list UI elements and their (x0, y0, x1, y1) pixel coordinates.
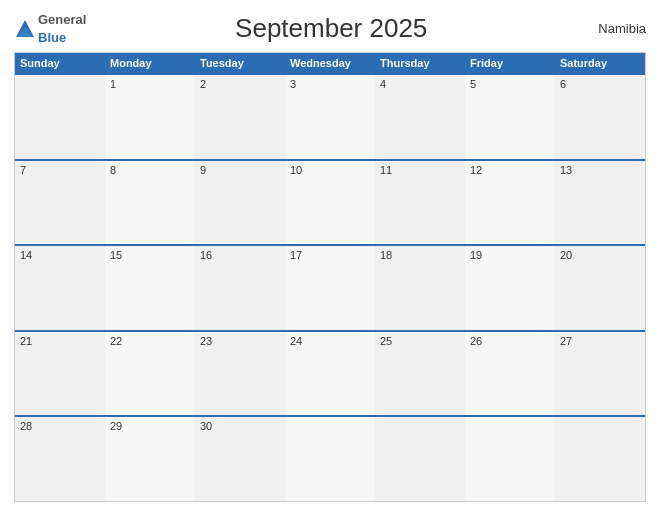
day-number: 16 (200, 249, 212, 261)
day-cell-week5-col7 (555, 417, 645, 501)
day-cell-week2-col4: 10 (285, 161, 375, 245)
day-number: 29 (110, 420, 122, 432)
week-row-5: 282930 (15, 415, 645, 501)
day-cell-week1-col3: 2 (195, 75, 285, 159)
header-sunday: Sunday (15, 53, 105, 73)
day-cell-week2-col5: 11 (375, 161, 465, 245)
day-number: 13 (560, 164, 572, 176)
day-cell-week5-col1: 28 (15, 417, 105, 501)
day-number: 23 (200, 335, 212, 347)
day-number: 12 (470, 164, 482, 176)
day-number: 19 (470, 249, 482, 261)
day-cell-week1-col1 (15, 75, 105, 159)
day-number: 17 (290, 249, 302, 261)
day-cell-week1-col6: 5 (465, 75, 555, 159)
day-number: 6 (560, 78, 566, 90)
country-label: Namibia (576, 21, 646, 36)
day-cell-week1-col4: 3 (285, 75, 375, 159)
logo-general: General (38, 12, 86, 27)
day-number: 21 (20, 335, 32, 347)
day-number: 7 (20, 164, 26, 176)
logo-triangle-icon (14, 17, 36, 39)
day-number: 8 (110, 164, 116, 176)
day-cell-week3-col3: 16 (195, 246, 285, 330)
day-cell-week5-col4 (285, 417, 375, 501)
day-number: 30 (200, 420, 212, 432)
day-number: 25 (380, 335, 392, 347)
logo-icon (14, 17, 36, 39)
header-saturday: Saturday (555, 53, 645, 73)
day-cell-week2-col6: 12 (465, 161, 555, 245)
header-monday: Monday (105, 53, 195, 73)
day-number: 11 (380, 164, 392, 176)
day-cell-week4-col7: 27 (555, 332, 645, 416)
day-cell-week1-col2: 1 (105, 75, 195, 159)
day-cell-week2-col3: 9 (195, 161, 285, 245)
week-row-3: 14151617181920 (15, 244, 645, 330)
logo-blue: Blue (38, 30, 66, 45)
day-cell-week3-col4: 17 (285, 246, 375, 330)
week-row-4: 21222324252627 (15, 330, 645, 416)
day-cell-week4-col1: 21 (15, 332, 105, 416)
day-number: 10 (290, 164, 302, 176)
day-cell-week1-col5: 4 (375, 75, 465, 159)
day-cell-week3-col7: 20 (555, 246, 645, 330)
month-title: September 2025 (86, 13, 576, 44)
day-number: 4 (380, 78, 386, 90)
day-number: 27 (560, 335, 572, 347)
day-number: 14 (20, 249, 32, 261)
day-cell-week3-col5: 18 (375, 246, 465, 330)
day-cell-week4-col5: 25 (375, 332, 465, 416)
day-cell-week5-col3: 30 (195, 417, 285, 501)
day-number: 3 (290, 78, 296, 90)
day-cell-week3-col6: 19 (465, 246, 555, 330)
day-cell-week4-col4: 24 (285, 332, 375, 416)
week-row-2: 78910111213 (15, 159, 645, 245)
day-number: 24 (290, 335, 302, 347)
calendar-grid: Sunday Monday Tuesday Wednesday Thursday… (14, 52, 646, 502)
day-number: 15 (110, 249, 122, 261)
day-number: 18 (380, 249, 392, 261)
logo-text: General Blue (38, 10, 86, 46)
day-cell-week5-col6 (465, 417, 555, 501)
header: General Blue September 2025 Namibia (14, 10, 646, 46)
day-number: 22 (110, 335, 122, 347)
header-thursday: Thursday (375, 53, 465, 73)
day-cell-week2-col7: 13 (555, 161, 645, 245)
day-cell-week3-col2: 15 (105, 246, 195, 330)
day-cell-week2-col1: 7 (15, 161, 105, 245)
day-number: 1 (110, 78, 116, 90)
day-number: 26 (470, 335, 482, 347)
day-cell-week5-col5 (375, 417, 465, 501)
week-row-1: 123456 (15, 73, 645, 159)
weeks-container: 1234567891011121314151617181920212223242… (15, 73, 645, 501)
day-number: 28 (20, 420, 32, 432)
day-number: 9 (200, 164, 206, 176)
day-headers-row: Sunday Monday Tuesday Wednesday Thursday… (15, 53, 645, 73)
header-wednesday: Wednesday (285, 53, 375, 73)
logo: General Blue (14, 10, 86, 46)
day-cell-week4-col2: 22 (105, 332, 195, 416)
header-friday: Friday (465, 53, 555, 73)
day-number: 2 (200, 78, 206, 90)
day-cell-week4-col6: 26 (465, 332, 555, 416)
day-cell-week3-col1: 14 (15, 246, 105, 330)
day-cell-week4-col3: 23 (195, 332, 285, 416)
day-cell-week2-col2: 8 (105, 161, 195, 245)
day-number: 20 (560, 249, 572, 261)
day-number: 5 (470, 78, 476, 90)
day-cell-week5-col2: 29 (105, 417, 195, 501)
header-tuesday: Tuesday (195, 53, 285, 73)
calendar-page: General Blue September 2025 Namibia Sund… (0, 0, 660, 510)
day-cell-week1-col7: 6 (555, 75, 645, 159)
